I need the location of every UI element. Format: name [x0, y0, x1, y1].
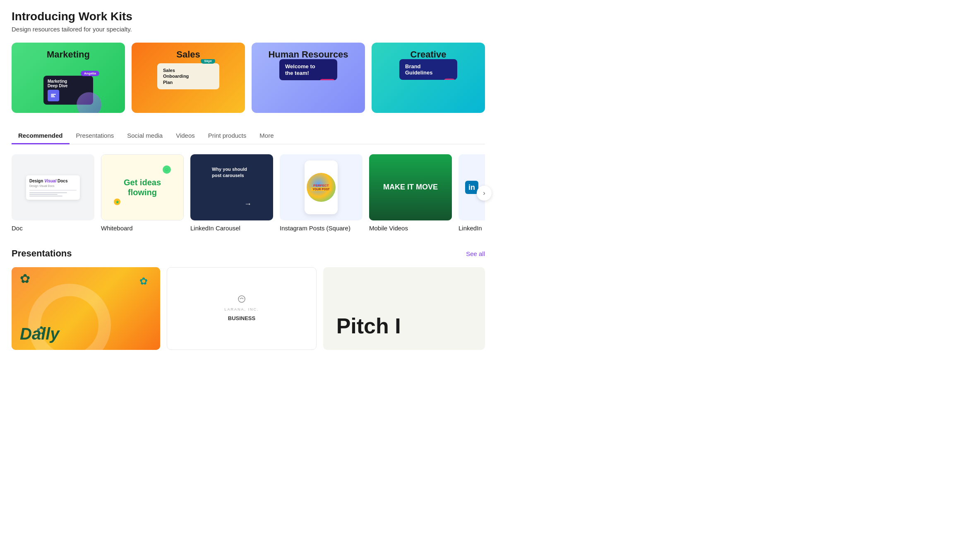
kit-inner-creative: Ben BrandGuidelines Kai — [372, 59, 485, 80]
templates-wrapper: Design Visual Docs Design Visual Docs Do… — [12, 154, 485, 232]
chip-skye: Skye — [201, 59, 215, 64]
ig-phone: PERFECT YOUR POST — [305, 160, 338, 214]
wb-thumb: ☺ ★ Get ideas flowing — [101, 154, 184, 220]
template-linkedin-carousel[interactable]: Why you should post carousels → LinkedIn… — [190, 154, 273, 232]
pres-item-business[interactable]: LARANA, INC. BUSINESS — [167, 267, 316, 350]
wb-sticker-1: ☺ — [163, 165, 171, 174]
doc-card-title: Design Visual Docs — [29, 179, 77, 183]
page-subtitle: Design resources tailored for your speci… — [12, 26, 485, 33]
marketing-circle — [77, 92, 101, 113]
kit-inner-hr: Ben Welcome tothe team! Sonja — [252, 59, 365, 80]
marketing-icon — [48, 90, 59, 101]
larana-text: LARANA, INC. — [224, 307, 259, 311]
page-container: Introducing Work Kits Design resources t… — [0, 0, 497, 360]
tab-print-products[interactable]: Print products — [202, 128, 253, 144]
kit-label-hr: Human Resources — [252, 49, 365, 60]
presentations-header: Presentations See all — [12, 248, 485, 259]
kit-card-hr[interactable]: Human Resources Ben Welcome tothe team! … — [252, 43, 365, 113]
business-title: BUSINESS — [228, 315, 255, 322]
doc-lines — [29, 192, 77, 196]
ig-circle: PERFECT YOUR POST — [307, 173, 336, 202]
template-whiteboard[interactable]: ☺ ★ Get ideas flowing Whiteboard — [101, 154, 184, 232]
svg-rect-2 — [51, 96, 55, 97]
tab-recommended[interactable]: Recommended — [12, 128, 70, 144]
tab-videos[interactable]: Videos — [169, 128, 202, 144]
kit-card-marketing[interactable]: Marketing Angelia MarketingDeep Dive — [12, 43, 125, 113]
larana-logo — [238, 295, 246, 304]
template-doc[interactable]: Design Visual Docs Design Visual Docs Do… — [12, 154, 94, 232]
hr-card-content: Welcome tothe team! — [279, 59, 337, 80]
lc-arrow: → — [244, 200, 252, 208]
pitch-inner: Pitch I — [330, 274, 408, 343]
ig-thumb: PERFECT YOUR POST — [280, 154, 362, 220]
mv-inner: MAKE IT MOve — [369, 154, 452, 220]
work-kits-grid: Marketing Angelia MarketingDeep Dive — [12, 43, 485, 113]
business-inner: LARANA, INC. BUSINESS — [216, 268, 267, 349]
presentations-grid: ✿ ✿ ✿ Daily LARANA, INC. BUSINESS — [12, 267, 485, 350]
flower-1: ✿ — [20, 271, 30, 286]
daily-text-wrapper: Daily — [20, 325, 60, 343]
tab-presentations[interactable]: Presentations — [70, 128, 121, 144]
template-instagram[interactable]: PERFECT YOUR POST Instagram Posts (Squar… — [280, 154, 362, 232]
doc-divider — [29, 190, 77, 191]
mv-thumb: MAKE IT MOve — [369, 154, 452, 220]
sales-card-title: SalesOnboardingPlan — [163, 67, 214, 85]
chip-sonja: Sonja — [319, 79, 335, 80]
ig-label: Instagram Posts (Square) — [280, 225, 362, 232]
tab-social-media[interactable]: Social media — [120, 128, 169, 144]
see-all-link[interactable]: See all — [466, 250, 485, 257]
doc-thumb: Design Visual Docs Design Visual Docs — [12, 154, 94, 220]
wb-text: Get ideas flowing — [115, 177, 170, 197]
lc-inner: Why you should post carousels → — [207, 160, 257, 214]
carousel-next-button[interactable]: › — [477, 186, 492, 201]
kit-card-sales[interactable]: Sales Skye SalesOnboardingPlan — [132, 43, 245, 113]
doc-inner: Design Visual Docs Design Visual Docs — [26, 175, 80, 200]
daily-text: Daily — [20, 325, 60, 343]
doc-card-subtitle: Design Visual Docs — [29, 184, 77, 187]
pres-item-daily[interactable]: ✿ ✿ ✿ Daily — [12, 267, 160, 350]
tabs-bar: Recommended Presentations Social media V… — [12, 128, 485, 144]
lc-label: LinkedIn Carousel — [190, 225, 273, 232]
template-mobile-videos[interactable]: MAKE IT MOve Mobile Videos — [369, 154, 452, 232]
creative-card-content: BrandGuidelines — [399, 59, 457, 80]
kit-inner-sales: Skye SalesOnboardingPlan — [132, 59, 245, 89]
templates-grid: Design Visual Docs Design Visual Docs Do… — [12, 154, 485, 232]
lc-title: Why you should post carousels — [212, 166, 252, 179]
pitch-text: Pitch I — [336, 315, 401, 337]
presentations-section-title: Presentations — [12, 248, 72, 259]
wb-inner: ☺ ★ Get ideas flowing — [101, 155, 183, 220]
mv-label: Mobile Videos — [369, 225, 452, 232]
svg-point-3 — [238, 296, 245, 302]
linkedin-label: LinkedIn — [458, 225, 485, 232]
wb-label: Whiteboard — [101, 225, 184, 232]
chip-kai: Kai — [444, 79, 455, 80]
kit-card-creative[interactable]: Creative Ben BrandGuidelines Kai — [372, 43, 485, 113]
lc-thumb: Why you should post carousels → — [190, 154, 273, 220]
tab-more[interactable]: More — [253, 128, 280, 144]
kit-inner-marketing: Angelia MarketingDeep Dive — [12, 59, 125, 113]
svg-rect-0 — [51, 94, 56, 95]
page-title: Introducing Work Kits — [12, 10, 485, 23]
svg-rect-1 — [51, 95, 54, 96]
doc-label: Doc — [12, 225, 94, 232]
wb-sticker-2: ★ — [114, 199, 120, 205]
kit-label-sales: Sales — [132, 49, 245, 60]
chip-angelia: Angelia — [81, 71, 99, 76]
flower-2: ✿ — [139, 275, 148, 287]
mv-text: MAKE IT MOve — [383, 183, 438, 191]
pres-item-pitch[interactable]: Pitch I — [323, 267, 485, 350]
kit-label-marketing: Marketing — [12, 49, 125, 60]
marketing-card-title: MarketingDeep Dive — [48, 79, 89, 88]
kit-label-creative: Creative — [372, 49, 485, 60]
